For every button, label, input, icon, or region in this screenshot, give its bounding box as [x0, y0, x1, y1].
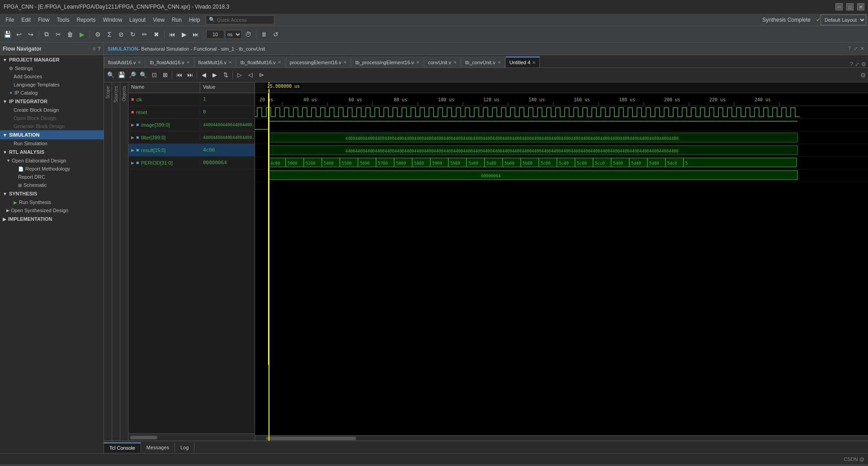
signal-list-hscroll[interactable] — [128, 433, 255, 441]
wf-zoom-in[interactable]: 🔎 — [127, 70, 137, 80]
nav-add-sources[interactable]: Add Sources — [0, 72, 104, 81]
nav-schematic[interactable]: ⊞ Schematic — [0, 181, 104, 189]
sim-expand-icon[interactable]: ⤢ — [854, 46, 858, 52]
nav-synthesis-header[interactable]: ▼ SYNTHESIS — [0, 189, 104, 198]
signal-row-image[interactable]: ▶ ◼ image[399:0] 44004400440044004400... — [128, 119, 255, 131]
menu-help[interactable]: Help — [185, 15, 204, 25]
tab-pe16[interactable]: processingElement16.v ✕ — [286, 57, 351, 67]
tb-pause[interactable]: ⏸ — [259, 29, 269, 40]
tab-tb-floatmult16-close[interactable]: ✕ — [278, 60, 281, 65]
tab-pe16-close[interactable]: ✕ — [343, 60, 347, 65]
wf-marker2[interactable]: ◁ — [245, 70, 255, 80]
nav-rtl-analysis-header[interactable]: ▼ RTL ANALYSIS — [0, 147, 104, 157]
signal-rows[interactable]: ◼ clk 1 ◼ reset 0 — [128, 93, 255, 433]
objects-panel[interactable]: Objects — [120, 82, 128, 441]
tb-restart[interactable]: ↺ — [270, 29, 281, 40]
flow-nav-pin[interactable]: ≡ — [93, 46, 96, 52]
tb-compile[interactable]: ⚙ — [92, 29, 103, 40]
tab-tb-convunit[interactable]: tb_convUnit.v ✕ — [461, 57, 505, 67]
tb-run-green[interactable]: ▶ — [76, 29, 87, 40]
wf-save-wave[interactable]: 💾 — [117, 70, 127, 80]
tb-redo[interactable]: ↪ — [25, 29, 36, 40]
tab-floatmult16-close[interactable]: ✕ — [228, 60, 232, 65]
menu-tools[interactable]: Tools — [53, 15, 73, 25]
menu-view[interactable]: View — [149, 15, 168, 25]
wf-next-edge[interactable]: ▶ — [210, 70, 220, 80]
wf-gear-icon[interactable]: ⚙ — [860, 71, 866, 79]
tab-tb-convunit-close[interactable]: ✕ — [497, 60, 501, 65]
nav-report-methodology[interactable]: 📄 Report Methodology — [0, 165, 104, 173]
wf-zoom-sel[interactable]: ⊠ — [160, 70, 170, 80]
hscroll-thumb[interactable] — [130, 436, 157, 439]
tb-pencil[interactable]: ✏ — [139, 29, 150, 40]
nav-report-drc[interactable]: Report DRC — [0, 173, 104, 181]
wf-prev-edge[interactable]: ◀ — [199, 70, 209, 80]
waveform-hscroll[interactable] — [255, 435, 868, 441]
minimize-button[interactable]: ─ — [835, 3, 843, 10]
filter-expand[interactable]: ▶ — [131, 135, 134, 140]
nav-run-synthesis[interactable]: ▶ Run Synthesis — [0, 198, 104, 206]
tab-tb-floatadd16[interactable]: tb_floatAdd16.v ✕ — [146, 57, 193, 67]
tb-save[interactable]: 💾 — [2, 29, 13, 40]
bottom-tab-messages[interactable]: Messages — [141, 443, 175, 452]
tab-floatadd16-close[interactable]: ✕ — [137, 60, 141, 65]
wf-zoom-fit[interactable]: ⊡ — [149, 70, 159, 80]
signal-row-clk[interactable]: ◼ clk 1 — [128, 93, 255, 106]
time-unit-select[interactable]: ns us ms — [225, 30, 242, 39]
flow-nav-help[interactable]: ? — [98, 46, 101, 52]
wf-search[interactable]: 🔍 — [106, 70, 116, 80]
bottom-tab-tcl[interactable]: Tcl Console — [104, 442, 141, 452]
close-button[interactable]: ✕ — [857, 3, 864, 10]
waveform-hscroll-thumb[interactable] — [266, 437, 356, 440]
nav-open-synthesized-design[interactable]: ▶ Open Synthesized Design — [0, 206, 104, 214]
wf-marker3[interactable]: ⊳ — [256, 70, 266, 80]
tb-xdc[interactable]: ⊘ — [116, 29, 127, 40]
tab-help-icon[interactable]: ? — [850, 61, 853, 67]
waveform-signals[interactable]: 20 us 40 us 60 us 80 us 100 us 120 us 14… — [255, 93, 868, 441]
nav-run-simulation[interactable]: Run Simulation — [0, 139, 104, 147]
menu-run[interactable]: Run — [168, 15, 185, 25]
wf-marker1[interactable]: ▷ — [235, 70, 245, 80]
wf-go-start[interactable]: ⏮ — [174, 70, 184, 80]
nav-scroll[interactable]: ▼ PROJECT MANAGER ⚙ Settings Add Sources… — [0, 55, 104, 453]
nav-open-elaborated-design[interactable]: ▼ Open Elaborated Design — [0, 157, 104, 165]
tb-cross[interactable]: ✖ — [151, 29, 162, 40]
nav-impl-header[interactable]: ▶ IMPLEMENTATION — [0, 214, 104, 223]
menu-file[interactable]: File — [2, 15, 18, 25]
nav-simulation-header[interactable]: ▼ SIMULATION — [0, 130, 104, 139]
result-expand[interactable]: ▶ — [131, 148, 134, 152]
wf-zoom-out[interactable]: 🔍 — [138, 70, 148, 80]
waveform-display[interactable]: 25.000000 us 20 us — [255, 82, 868, 441]
image-expand[interactable]: ▶ — [131, 123, 134, 127]
tb-cut[interactable]: ✂ — [53, 29, 64, 40]
tb-delete[interactable]: 🗑 — [65, 29, 75, 40]
signal-row-filter[interactable]: ▶ ◼ filter[399:0] 44004400440044004400..… — [128, 131, 255, 144]
tab-convunit-close[interactable]: ✕ — [453, 60, 457, 65]
nav-create-block-design[interactable]: Create Block Design — [0, 106, 104, 114]
period-expand[interactable]: ▶ — [131, 161, 134, 165]
tab-tb-pe16-close[interactable]: ✕ — [416, 60, 420, 65]
menu-reports[interactable]: Reports — [73, 15, 99, 25]
tb-undo[interactable]: ↩ — [14, 29, 24, 40]
menu-window[interactable]: Window — [99, 15, 126, 25]
scope-panel[interactable]: Scope — [104, 82, 112, 441]
tab-untitled4-close[interactable]: ✕ — [532, 60, 536, 65]
tab-settings-icon[interactable]: ⚙ — [861, 61, 866, 67]
quick-access-bar[interactable]: 🔍 — [206, 15, 274, 24]
maximize-button[interactable]: □ — [846, 3, 854, 10]
tb-run-time[interactable]: ⏱ — [243, 29, 254, 40]
bottom-tab-log[interactable]: Log — [175, 443, 194, 452]
tab-expand-icon[interactable]: ⤢ — [855, 61, 859, 67]
sources-panel[interactable]: Sources — [112, 82, 120, 441]
tb-sigma[interactable]: Σ — [104, 29, 115, 40]
nav-language-templates[interactable]: Language Templates — [0, 81, 104, 89]
sim-close-icon[interactable]: ✕ — [860, 46, 864, 52]
signal-row-reset[interactable]: ◼ reset 0 — [128, 106, 255, 119]
tab-floatmult16[interactable]: floatMult16.v ✕ — [194, 57, 236, 67]
tab-floatadd16[interactable]: floatAdd16.v ✕ — [104, 57, 145, 67]
menu-layout[interactable]: Layout — [126, 15, 149, 25]
nav-ip-catalog[interactable]: ✦ IP Catalog — [0, 89, 104, 97]
menu-flow[interactable]: Flow — [34, 15, 53, 25]
tb-copy[interactable]: ⧉ — [41, 29, 52, 40]
tab-tb-floatmult16[interactable]: tb_floatMult16.v ✕ — [236, 57, 285, 67]
